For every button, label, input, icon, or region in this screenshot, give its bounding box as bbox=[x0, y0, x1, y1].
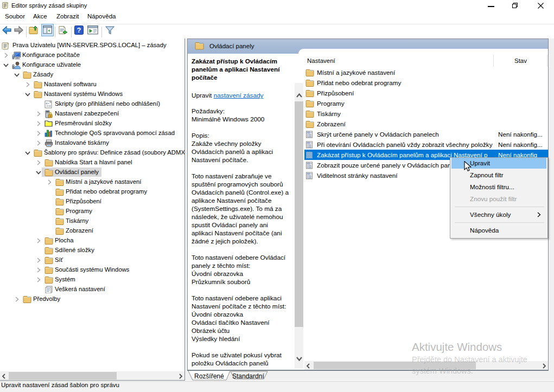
svg-text:Standardní: Standardní bbox=[232, 372, 264, 380]
svg-text:?: ? bbox=[77, 26, 81, 34]
svg-text:Rozšířené: Rozšířené bbox=[194, 372, 224, 380]
